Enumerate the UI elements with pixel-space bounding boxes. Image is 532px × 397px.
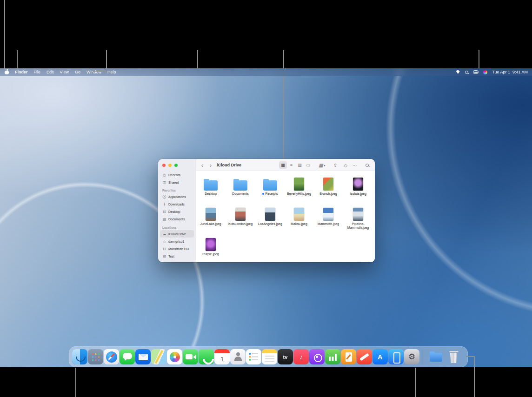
tag-button[interactable]: ◇ bbox=[341, 159, 350, 171]
menu-go[interactable]: Go bbox=[75, 70, 80, 74]
sidebar-item-shared[interactable]: ◫ Shared bbox=[160, 179, 194, 186]
sidebar-item-desktop[interactable]: ⊡ Desktop bbox=[160, 208, 194, 215]
dock-safari-icon[interactable] bbox=[104, 349, 119, 364]
icon-view-button[interactable]: ▦ bbox=[279, 161, 287, 169]
share-button[interactable]: ⇧ bbox=[331, 159, 339, 171]
window-title: iCloud Drive bbox=[217, 159, 241, 171]
callout-trash-line-horizontal bbox=[466, 356, 475, 357]
list-view-button[interactable]: ≡ bbox=[287, 161, 295, 169]
menu-view[interactable]: View bbox=[60, 70, 69, 74]
dock-notes-icon[interactable] bbox=[262, 349, 277, 364]
sidebar-item-label: Desktop bbox=[168, 210, 180, 213]
sidebar-item-test[interactable]: ⊟ Test bbox=[160, 252, 194, 260]
dock-downloads-icon[interactable] bbox=[428, 349, 444, 364]
zoom-button[interactable] bbox=[174, 164, 178, 167]
minimize-button[interactable] bbox=[168, 164, 172, 167]
dock-iphone-mirroring-icon[interactable] bbox=[388, 349, 404, 364]
app-menu-finder[interactable]: Finder bbox=[15, 70, 28, 74]
dock-numbers-icon[interactable] bbox=[325, 349, 340, 364]
forward-button[interactable]: › bbox=[206, 159, 215, 171]
spotlight-search-icon[interactable] bbox=[465, 71, 468, 74]
image-thumbnail bbox=[353, 208, 363, 221]
dock-podcasts-icon[interactable] bbox=[309, 349, 325, 364]
file-label: Malibu.jpeg bbox=[286, 222, 312, 226]
sidebar-item-downloads[interactable]: ↧ Downloads bbox=[160, 200, 194, 208]
cloud-icon: ☁ bbox=[162, 232, 166, 236]
file-label: LosAngeles.jpeg bbox=[257, 222, 283, 226]
file-receipts-folder[interactable]: Receipts bbox=[257, 177, 283, 196]
close-button[interactable] bbox=[162, 164, 166, 167]
wifi-icon[interactable] bbox=[455, 70, 460, 74]
control-center-icon[interactable] bbox=[473, 70, 479, 74]
file-documents-folder[interactable]: Documents bbox=[227, 177, 253, 196]
file-brunch[interactable]: Brunch.jpeg bbox=[315, 177, 341, 196]
apple-menu-icon[interactable] bbox=[5, 70, 9, 74]
dock-app-store-icon[interactable]: A bbox=[372, 349, 388, 364]
sidebar-item-icloud-drive[interactable]: ☁ iCloud Drive bbox=[160, 230, 194, 238]
image-thumbnail bbox=[265, 208, 275, 221]
folder-icon bbox=[263, 180, 277, 191]
dock-photos-icon[interactable] bbox=[167, 349, 182, 364]
dock-news-icon[interactable] bbox=[357, 349, 372, 364]
gallery-view-button[interactable]: ▭ bbox=[304, 161, 312, 169]
file-label: Isolate.jpeg bbox=[345, 192, 371, 196]
sidebar-item-label: Test bbox=[168, 255, 174, 258]
file-losangeles[interactable]: LosAngeles.jpeg bbox=[257, 207, 283, 226]
menu-bar-clock[interactable]: Tue Apr 1 9:41 AM bbox=[492, 70, 528, 74]
chevron-down-icon: ▾ bbox=[324, 164, 325, 167]
file-kidslondon[interactable]: KidsLondon.jpeg bbox=[227, 207, 253, 226]
menu-edit[interactable]: Edit bbox=[47, 70, 54, 74]
menu-help[interactable]: Help bbox=[107, 70, 116, 74]
file-mammoth[interactable]: Mammoth.jpeg bbox=[315, 207, 341, 226]
dock-facetime-icon[interactable] bbox=[183, 349, 198, 364]
dock-messages-icon[interactable] bbox=[120, 349, 135, 364]
disk-icon: ⊟ bbox=[162, 254, 166, 258]
back-button[interactable]: ‹ bbox=[198, 159, 206, 171]
sidebar-item-applications[interactable]: Ⓐ Applications bbox=[160, 193, 194, 200]
sidebar-item-recents[interactable]: ◷ Recents bbox=[160, 171, 194, 179]
dock-calendar-icon[interactable]: 1 bbox=[214, 349, 230, 364]
sidebar-item-home[interactable]: ⌂ dannyrico1 bbox=[160, 238, 194, 245]
image-thumbnail bbox=[294, 208, 304, 221]
dock-tv-icon[interactable]: tv bbox=[278, 349, 293, 364]
file-malibu[interactable]: Malibu.jpeg bbox=[286, 207, 312, 226]
group-button[interactable]: ▦▾ bbox=[316, 159, 327, 171]
callout-trash-line-vertical bbox=[474, 356, 475, 397]
shared-folder-icon: ◫ bbox=[162, 180, 166, 185]
sidebar-item-label: Documents bbox=[168, 218, 185, 221]
finder-main: ‹ › iCloud Drive ▦ ≡ ▥ ▭ ▦▾ ⇧ ◇ ⋯ Deskto… bbox=[196, 159, 375, 262]
file-label: Mammoth.jpeg bbox=[315, 222, 341, 226]
dock-launchpad-icon[interactable] bbox=[88, 349, 103, 364]
file-isolate[interactable]: Isolate.jpeg bbox=[345, 177, 371, 196]
file-pipeline-mammoth[interactable]: Pipeline-Mammoth.jpeg bbox=[345, 207, 371, 230]
callout-apple-menu-line bbox=[4, 0, 5, 69]
search-button[interactable] bbox=[363, 159, 371, 171]
dock-trash-icon[interactable] bbox=[446, 349, 461, 364]
dock-phone-icon[interactable] bbox=[199, 349, 214, 364]
dock-maps-icon[interactable] bbox=[151, 349, 166, 364]
dock-mail-icon[interactable] bbox=[135, 349, 151, 364]
sidebar-item-label: Macintosh HD bbox=[168, 247, 189, 251]
window-controls bbox=[162, 164, 178, 167]
sidebar-item-macintosh-hd[interactable]: ⊟ Macintosh HD bbox=[160, 245, 194, 252]
dock-contacts-icon[interactable] bbox=[230, 349, 246, 364]
folder-icon bbox=[233, 180, 247, 191]
more-button[interactable]: ⋯ bbox=[351, 159, 359, 171]
dock-reminders-icon[interactable] bbox=[246, 349, 261, 364]
siri-icon[interactable] bbox=[483, 70, 487, 74]
sidebar-item-documents[interactable]: ▤ Documents bbox=[160, 215, 194, 223]
column-view-button[interactable]: ▥ bbox=[296, 161, 304, 169]
dock-music-icon[interactable]: ♪ bbox=[293, 349, 309, 364]
menu-file[interactable]: File bbox=[34, 70, 41, 74]
callout-status-menus-line bbox=[479, 50, 479, 69]
file-beverlyhills[interactable]: BeverlyHills.jpeg bbox=[286, 177, 312, 196]
file-label: Brunch.jpeg bbox=[315, 192, 341, 196]
file-purple[interactable]: Purple.jpeg bbox=[198, 237, 224, 256]
dock-finder-icon[interactable] bbox=[72, 349, 87, 364]
dock-system-settings-icon[interactable]: ⚙ bbox=[404, 349, 419, 364]
file-junelake[interactable]: JuneLake.jpeg bbox=[198, 207, 224, 226]
callout-finder-window-line bbox=[283, 50, 284, 161]
file-grid: Desktop Documents Receipts BeverlyHills.… bbox=[196, 171, 375, 262]
dock-pages-icon[interactable] bbox=[341, 349, 356, 364]
file-desktop-folder[interactable]: Desktop bbox=[198, 177, 224, 196]
